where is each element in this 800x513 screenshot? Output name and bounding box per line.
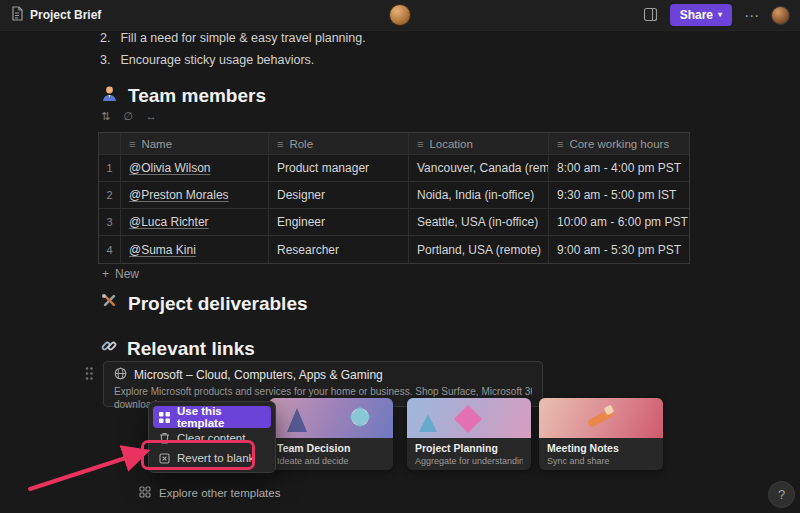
topbar-actions: Share ▾ ⋯: [643, 4, 790, 26]
links-heading-text: Relevant links: [127, 338, 255, 360]
bookmark-title: Microsoft – Cloud, Computers, Apps & Gam…: [134, 368, 383, 382]
cell-name[interactable]: @Luca Richter: [121, 209, 269, 236]
new-row-label: New: [115, 267, 139, 281]
cell-name[interactable]: @Olivia Wilson: [121, 155, 269, 182]
user-avatar[interactable]: [771, 6, 790, 25]
list-item[interactable]: 3. Encourage sticky usage behaviors.: [100, 53, 314, 67]
team-members-heading: Team members: [100, 84, 266, 108]
column-type-icon: ≡: [129, 138, 135, 150]
template-card-meeting-notes[interactable]: Meeting Notes Sync and share: [539, 398, 663, 470]
cell-name[interactable]: @Preston Morales: [121, 182, 269, 209]
person-mention[interactable]: @Preston Morales: [129, 188, 229, 202]
topbar: Project Brief Share ▾ ⋯: [0, 0, 800, 31]
cell-hours[interactable]: 8:00 am - 4:00 pm PST: [549, 155, 689, 182]
sort-icon[interactable]: ⇅: [101, 110, 110, 123]
column-header-hours[interactable]: ≡Core working hours: [549, 133, 689, 155]
help-label: ?: [778, 487, 785, 502]
deliverables-heading: Project deliverables: [100, 292, 308, 316]
cell-role[interactable]: Product manager: [269, 155, 409, 182]
menu-item-label: Use this template: [177, 405, 265, 429]
table-row: 4 @Suma Kini Researcher Portland, USA (r…: [99, 236, 689, 263]
person-mention[interactable]: @Olivia Wilson: [129, 161, 211, 175]
row-number: 4: [99, 236, 121, 263]
resize-icon[interactable]: ↔: [146, 110, 157, 123]
use-this-template-button[interactable]: Use this template: [153, 406, 271, 428]
cell-role[interactable]: Engineer: [269, 209, 409, 236]
globe-icon: [114, 367, 127, 383]
list-item[interactable]: 2. Fill a need for simple & easy travel …: [100, 31, 366, 45]
template-subtitle: Sync and share: [547, 456, 655, 466]
row-number: 1: [99, 155, 121, 182]
menu-item-label: Clear content: [177, 432, 245, 444]
more-options-icon[interactable]: ⋯: [744, 8, 759, 23]
template-thumbnail: [539, 398, 663, 438]
template-grid-icon: [159, 412, 170, 423]
explore-other-templates-button[interactable]: Explore other templates: [139, 486, 280, 500]
column-header-label: Name: [141, 138, 172, 150]
template-context-menu: Use this template Clear content Revert t…: [148, 401, 276, 473]
drag-handle-icon[interactable]: [84, 366, 94, 385]
clear-content-button[interactable]: Clear content: [153, 428, 271, 448]
links-heading: Relevant links: [100, 337, 255, 360]
cell-hours[interactable]: 9:30 am - 5:00 pm IST: [549, 182, 689, 209]
cell-location[interactable]: Portland, USA (remote): [409, 236, 549, 263]
template-card-project-planning[interactable]: Project Planning Aggregate for understan…: [407, 398, 531, 470]
table-row: 2 @Preston Morales Designer Noida, India…: [99, 182, 689, 209]
cell-role[interactable]: Designer: [269, 182, 409, 209]
page-doc-icon: [10, 6, 24, 25]
revert-to-blank-button[interactable]: Revert to blank: [153, 448, 271, 468]
revert-icon: [159, 453, 170, 464]
template-title: Meeting Notes: [547, 442, 655, 454]
cell-hours[interactable]: 10:00 am - 6:00 pm PST: [549, 209, 689, 236]
column-header-label: Location: [429, 138, 472, 150]
breadcrumb[interactable]: Project Brief: [10, 6, 101, 25]
tools-icon: [100, 292, 119, 316]
cell-hours[interactable]: 9:00 am - 5:30 pm PST: [549, 236, 689, 263]
team-members-icon: [100, 84, 119, 108]
row-number: 3: [99, 209, 121, 236]
table-header-row: ≡Name ≡Role ≡Location ≡Core working hour…: [99, 133, 689, 155]
column-type-icon: ≡: [417, 138, 423, 150]
side-peek-icon[interactable]: [643, 7, 658, 24]
cell-role[interactable]: Researcher: [269, 236, 409, 263]
plus-icon: +: [102, 267, 109, 281]
explore-label: Explore other templates: [159, 487, 280, 499]
hide-icon[interactable]: ∅: [123, 110, 133, 123]
column-type-icon: ≡: [557, 138, 563, 150]
list-item-number: 2.: [100, 31, 110, 45]
link-icon: [100, 337, 118, 360]
help-button[interactable]: ?: [768, 481, 795, 508]
workspace-avatar[interactable]: [389, 4, 411, 26]
table-row: 1 @Olivia Wilson Product manager Vancouv…: [99, 155, 689, 182]
table-row: 3 @Luca Richter Engineer Seattle, USA (i…: [99, 209, 689, 236]
share-caret-icon: ▾: [718, 11, 722, 19]
share-button[interactable]: Share ▾: [670, 4, 732, 26]
template-title: Project Planning: [415, 442, 523, 454]
column-type-icon: ≡: [277, 138, 283, 150]
app-window: Project Brief Share ▾ ⋯ 2. Fill a need f…: [0, 0, 800, 513]
cell-location[interactable]: Noida, India (in-office): [409, 182, 549, 209]
cell-name[interactable]: @Suma Kini: [121, 236, 269, 263]
cell-location[interactable]: Seattle, USA (in-office): [409, 209, 549, 236]
team-table: ≡Name ≡Role ≡Location ≡Core working hour…: [98, 132, 690, 264]
column-header-name[interactable]: ≡Name: [121, 133, 269, 155]
template-subtitle: Ideate and decide: [277, 456, 385, 466]
person-mention[interactable]: @Luca Richter: [129, 215, 209, 229]
list-item-text: Fill a need for simple & easy travel pla…: [120, 31, 365, 45]
template-card-team-decision[interactable]: Team Decision Ideate and decide: [269, 398, 393, 470]
menu-item-label: Revert to blank: [177, 452, 254, 464]
list-item-number: 3.: [100, 53, 110, 67]
workspace-avatar-image: [389, 4, 411, 26]
template-subtitle: Aggregate for understanding an...: [415, 456, 523, 466]
page-title: Project Brief: [30, 8, 101, 22]
template-title: Team Decision: [277, 442, 385, 454]
templates-grid-icon: [139, 486, 151, 500]
cell-location[interactable]: Vancouver, Canada (remote): [409, 155, 549, 182]
template-thumbnail: [269, 398, 393, 438]
column-header-role[interactable]: ≡Role: [269, 133, 409, 155]
table-new-row-button[interactable]: + New: [102, 267, 139, 281]
column-header-location[interactable]: ≡Location: [409, 133, 549, 155]
person-mention[interactable]: @Suma Kini: [129, 243, 196, 257]
header-cell-empty: [99, 133, 121, 155]
bookmark-description: Explore Microsoft products and services …: [114, 386, 532, 397]
